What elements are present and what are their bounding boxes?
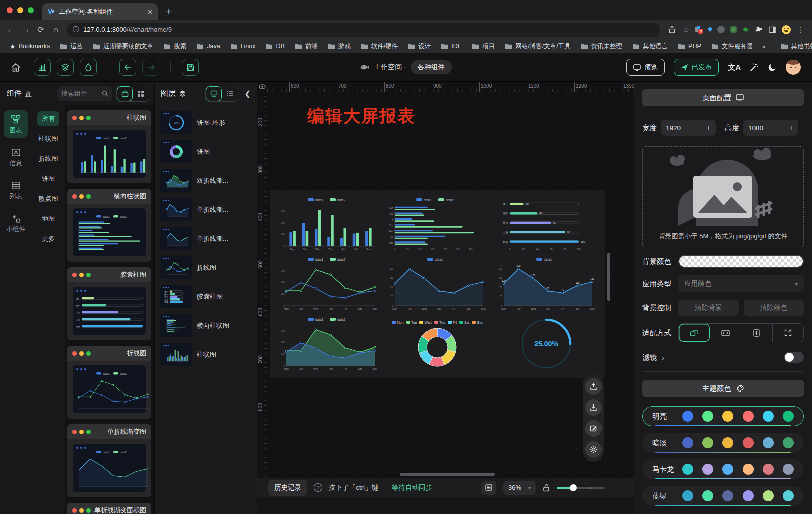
magic-wand-icon[interactable] <box>750 63 759 72</box>
collapse-layers-icon[interactable]: ❮ <box>242 89 253 98</box>
sidebar-item-4[interactable]: 小组件 <box>4 210 28 237</box>
screen-title-text[interactable]: 编辑大屏报表 <box>308 105 416 128</box>
new-tab-button[interactable]: + <box>158 5 180 20</box>
bookmark-folder[interactable]: 网站/博客/文章/工具 <box>501 41 574 52</box>
layer-item[interactable]: 单折线渐... <box>159 197 253 222</box>
bookmark-folder[interactable]: 软件/硬件 <box>357 41 402 52</box>
back-icon[interactable]: ← <box>4 23 18 37</box>
minimize-window-icon[interactable] <box>18 7 24 13</box>
dashboard-preview[interactable]: data1data2MonTueWedThuFriSatSun010020030… <box>270 190 605 378</box>
bookmark-folder[interactable]: IDE <box>437 41 466 51</box>
forward-icon[interactable]: → <box>19 23 33 37</box>
user-avatar[interactable] <box>786 60 801 75</box>
theme-color-header[interactable]: 主题颜色 <box>642 380 804 397</box>
bookmark-star-icon[interactable]: ☆ <box>682 25 690 34</box>
dashboard-chart-line1area[interactable]: data11202001508070110130MonTueWedThuFriS… <box>492 254 601 314</box>
lock-icon[interactable] <box>543 484 550 492</box>
fit-width-button[interactable] <box>710 324 742 342</box>
bookmark-folder[interactable]: PHP <box>674 41 706 51</box>
dashboard-chart-line1[interactable]: data1MonTueWedThuFriSatSun050100150200 <box>384 254 492 314</box>
component-card[interactable]: 柱状图data1data2 <box>68 110 152 183</box>
component-card[interactable]: 横向柱状图data1data2 <box>68 189 152 262</box>
apply-type-select[interactable]: 应用颜色 ▾ <box>678 275 804 292</box>
zoom-slider-knob[interactable] <box>570 484 577 491</box>
dashboard-chart-hbars[interactable]: data1data2SunSatFriThuWedTueMon050100150… <box>384 194 492 254</box>
height-stepper[interactable]: 1080 − + <box>744 120 798 136</box>
canvas-vertical-scrollbar[interactable] <box>608 253 610 301</box>
sidebar-item-1[interactable]: 图表 <box>4 110 28 138</box>
bookmark-folder[interactable]: Java <box>192 41 224 51</box>
layers-panel-toggle-button[interactable] <box>57 59 74 76</box>
layer-thumbnail-view-button[interactable] <box>206 86 222 101</box>
layer-item[interactable]: 厦门南阳北京上海新疆胶囊柱图 <box>159 284 253 309</box>
charts-panel-toggle-button[interactable] <box>34 59 51 76</box>
category-item[interactable]: 饼图 <box>38 171 60 186</box>
background-color-swatch[interactable] <box>678 255 804 268</box>
menu-kebab-icon[interactable]: ⋮ <box>796 25 805 34</box>
export-icon[interactable] <box>586 378 602 395</box>
layer-item[interactable]: 柱状图 <box>159 342 253 367</box>
toolbox-view-button[interactable] <box>117 86 133 101</box>
filter-toggle[interactable] <box>784 352 804 363</box>
extension-circle-icon[interactable] <box>718 26 725 33</box>
bookmark-folder[interactable]: 搜索 <box>160 41 190 52</box>
close-window-icon[interactable] <box>7 7 13 13</box>
detail-panel-icon[interactable] <box>482 481 496 495</box>
theme-row-蓝绿[interactable]: 蓝绿 <box>642 486 804 506</box>
theme-row-明亮[interactable]: 明亮 <box>642 406 804 426</box>
extension-gem-icon[interactable] <box>708 27 712 32</box>
url-bar[interactable]: ⓘ 127.0.0.1:3000/#/chart/home/9 <box>67 23 660 37</box>
layer-item[interactable]: 饼图 <box>159 139 253 164</box>
component-card[interactable]: 折线图data1data2 <box>68 346 152 419</box>
bookmark-folder[interactable]: Linux <box>226 41 260 51</box>
extension-green-icon[interactable] <box>730 26 738 33</box>
layer-item[interactable]: 横向柱状图 <box>159 313 253 338</box>
bookmarks-overflow-button[interactable]: » <box>759 43 768 50</box>
bookmark-folder[interactable]: 前端 <box>291 41 322 52</box>
category-item[interactable]: 散点图 <box>34 191 63 206</box>
profile-avatar[interactable] <box>782 25 791 34</box>
category-item[interactable]: 折线图 <box>34 151 63 166</box>
theme-row-暗淡[interactable]: 暗淡 <box>642 433 804 453</box>
editor-canvas[interactable]: 6007008009001000110012001300 20030040050… <box>258 82 634 514</box>
dashboard-chart-gauge[interactable]: 25.00% <box>492 314 601 374</box>
dashboard-chart-capsule[interactable]: 厦门20南阳40北京60上海80新疆100020406080100 <box>492 194 601 254</box>
width-value[interactable]: 1920 <box>666 124 694 132</box>
app-home-icon[interactable] <box>11 63 21 72</box>
preview-button[interactable]: 预览 <box>626 59 665 76</box>
dark-mode-moon-icon[interactable] <box>768 63 777 72</box>
bookmark-folder[interactable]: 运营 <box>56 41 87 52</box>
reload-icon[interactable]: ⟳ <box>34 23 48 37</box>
grid-view-button[interactable] <box>133 86 149 101</box>
site-info-icon[interactable]: ⓘ <box>73 25 80 34</box>
dashboard-chart-bars[interactable]: data1data2MonTueWedThuFriSatSun010020030… <box>274 194 384 254</box>
width-decrement-button[interactable]: − <box>697 124 703 132</box>
other-bookmarks-folder[interactable]: 其他书签 <box>777 41 812 52</box>
help-icon[interactable]: ? <box>314 483 322 492</box>
width-stepper[interactable]: 1920 − + <box>661 120 716 136</box>
zoom-slider[interactable] <box>557 484 605 491</box>
theme-row-马卡龙[interactable]: 马卡龙 <box>642 459 804 479</box>
category-item[interactable]: 地图 <box>38 211 60 226</box>
width-increment-button[interactable]: + <box>706 124 712 132</box>
project-name-pill[interactable]: 各种组件 <box>411 60 452 74</box>
side-panel-icon[interactable] <box>768 25 777 34</box>
height-value[interactable]: 1080 <box>748 124 776 132</box>
chevron-right-icon[interactable]: › <box>662 353 664 362</box>
save-button[interactable] <box>182 59 199 76</box>
dashboard-chart-pie[interactable]: MonTueWedThuFriSatSun <box>384 314 492 374</box>
bookmark-folder[interactable]: DB <box>262 41 288 51</box>
height-decrement-button[interactable]: − <box>780 124 786 132</box>
page-config-header[interactable]: 页面配置 <box>642 89 804 106</box>
background-upload-dropzone[interactable]: 背景图需小于 5M，格式为 png/jpg/gif 的文件 <box>642 146 804 247</box>
undo-button[interactable] <box>120 59 136 76</box>
fit-height-button[interactable] <box>742 324 773 342</box>
bookmarks-root[interactable]: ★ Bookmarks <box>6 41 54 52</box>
details-panel-toggle-button[interactable] <box>80 59 97 76</box>
fit-scale-button[interactable] <box>679 324 710 342</box>
settings-gear-icon[interactable] <box>586 441 602 458</box>
layer-item[interactable]: 单折线渐... <box>159 226 253 251</box>
history-button[interactable]: 历史记录 <box>268 480 308 496</box>
component-card[interactable]: 单折线渐变图data1data2 <box>68 424 152 497</box>
bookmark-folder[interactable]: 近期需要读的文章 <box>89 41 158 52</box>
